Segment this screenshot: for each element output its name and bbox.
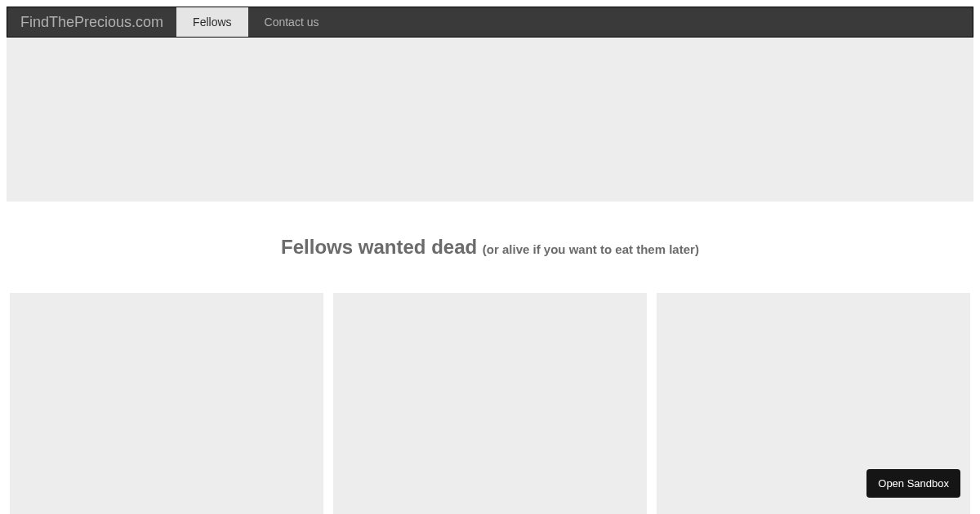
navbar: FindThePrecious.com Fellows Contact us	[7, 7, 973, 38]
fellow-card[interactable]	[333, 293, 647, 514]
fellows-cards	[7, 293, 973, 514]
fellow-card[interactable]	[10, 293, 323, 514]
open-sandbox-button[interactable]: Open Sandbox	[866, 469, 960, 498]
hero-banner	[7, 38, 973, 202]
nav-item-fellows[interactable]: Fellows	[176, 7, 247, 37]
nav-item-label: Fellows	[193, 16, 231, 29]
section-heading: Fellows wanted dead (or alive if you wan…	[7, 236, 973, 259]
heading-sub: (or alive if you want to eat them later)	[483, 242, 699, 256]
brand[interactable]: FindThePrecious.com	[7, 7, 176, 37]
heading-main: Fellows wanted dead	[281, 236, 483, 258]
nav-item-label: Contact us	[265, 16, 319, 29]
nav-item-contact[interactable]: Contact us	[248, 7, 336, 37]
